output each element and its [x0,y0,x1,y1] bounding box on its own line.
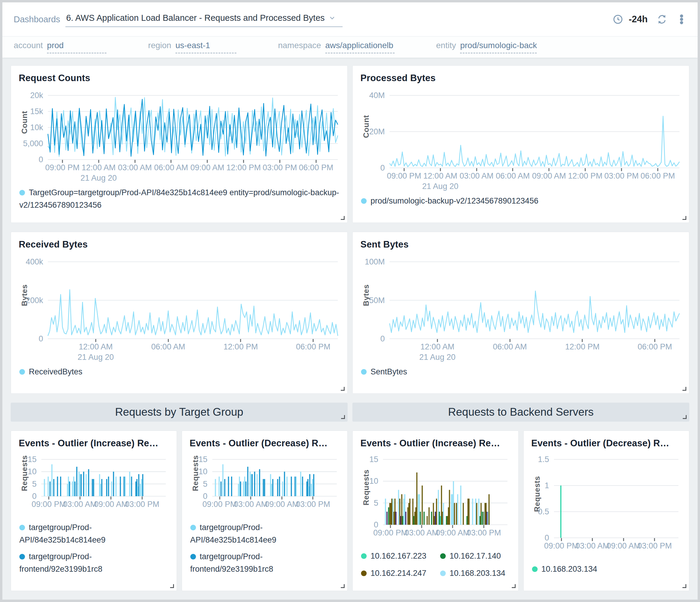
kebab-menu-icon[interactable] [676,14,687,25]
section-header-target-group: Requests by Target Group [11,402,348,422]
plot-area: 15105009:00 PM03:00 AM09:00 AM03:00 PM [212,460,337,496]
resize-handle-icon[interactable] [341,415,345,419]
x-axis-tick-label: 09:00 PM [202,500,237,509]
dashboard-title-dropdown[interactable]: 6. AWS Application Load Balancer - Reque… [66,12,342,27]
legend: ReceivedBytes [19,363,341,390]
outlier-increase-backend-chart[interactable]: Requests15105009:00 PM03:00 AM09:00 AM03… [360,450,512,547]
legend-dot-icon [19,369,25,375]
x-axis-tick-label: 03:00 PM [467,528,501,538]
legend-item: 10.162.17.140 [440,550,505,562]
x-axis-tick-mark [79,497,80,499]
legend-dot-icon [532,566,538,572]
x-axis-tick-label: 12:00 PM [224,342,258,351]
x-axis-tick-mark [171,160,172,163]
request-counts-chart[interactable]: Count20k15k10k5,000009:00 PM12:00 AM21 A… [19,85,341,183]
panel-received-bytes: Received Bytes Bytes400k200k012:00 AM21 … [11,232,348,394]
panel-title: Sent Bytes [360,239,683,250]
x-axis-tick-mark [452,525,453,528]
x-axis-date-label: 21 Aug 20 [419,353,455,362]
y-axis-tick-label: 15k [30,107,43,116]
x-axis-date-label: 21 Aug 20 [78,353,114,362]
legend-item: targetgroup/Prod-frontend/92e3199b1rc8 [19,550,170,575]
panel-outlier-increase-backend: Events - Outlier (Increase) Re… Requests… [352,430,519,591]
filter-entity-value[interactable]: prod/sumologic-backup [460,41,537,53]
x-axis-tick-mark [110,497,111,499]
y-axis-tick-label: 10 [28,467,36,476]
x-axis-tick-label: 12:00 PM [568,172,602,181]
legend: targetgroup/Prod-API/84e325b14c814ee9tar… [19,518,171,587]
resize-handle-icon[interactable] [341,387,345,391]
resize-handle-icon[interactable] [170,584,174,588]
panel-sent-bytes: Sent Bytes Bytes100M50M012:00 AM21 Aug 2… [352,232,689,394]
received-bytes-chart[interactable]: Bytes400k200k012:00 AM21 Aug 2006:00 AM1… [19,252,341,363]
outlier-increase-tg-chart[interactable]: Requests15105009:00 PM03:00 AM09:00 AM03… [19,450,171,518]
resize-handle-icon[interactable] [682,216,686,220]
x-axis-tick-label: 06:00 PM [296,342,330,351]
breadcrumb[interactable]: Dashboards [14,15,60,24]
x-axis-tick-label: 09:00 PM [373,528,408,538]
x-axis-date-label: 21 Aug 20 [81,174,117,183]
x-axis-tick-mark [316,160,317,163]
y-axis-tick-label: 200k [26,296,43,305]
y-axis-tick-label: 0 [374,520,378,529]
x-axis-tick-label: 03:00 AM [575,541,609,551]
legend-item: targetgroup/Prod-frontend/92e3199b1rc8 [190,550,341,575]
x-axis-tick-mark [437,339,438,342]
outlier-decrease-tg-chart[interactable]: Requests15105009:00 PM03:00 AM09:00 AM03… [190,450,342,518]
x-axis-tick-label: 03:00 AM [405,528,439,538]
sent-bytes-chart[interactable]: Bytes100M50M012:00 AM21 Aug 2006:00 AM12… [360,252,683,363]
x-axis-tick-mark [98,160,99,163]
legend-dot-icon [19,554,25,559]
x-axis-tick-mark [621,168,622,171]
filter-namespace-value[interactable]: aws/applicationelb [325,41,395,53]
x-axis-tick-label: 12:00 PM [226,163,261,172]
legend-item: prod/sumologic-backup-v2/123456789012345… [361,194,682,207]
x-axis-tick-label: 09:00 AM [435,528,470,538]
x-axis-tick-mark [62,160,63,163]
panel-title: Events - Outlier (Decrease) R… [531,438,683,449]
filter-region-value[interactable]: us-east-1 [175,41,236,53]
y-axis-tick-label: 15 [28,455,36,464]
time-range-label[interactable]: -24h [629,14,648,25]
y-axis-tick-label: 0 [32,492,36,501]
resize-handle-icon[interactable] [341,584,345,588]
y-axis-tick-label: 0 [39,155,43,164]
panel-request-counts: Request Counts Count20k15k10k5,000009:00… [11,66,348,223]
legend-dot-icon [190,554,196,559]
x-axis-tick-label: 03:00 PM [638,541,672,551]
y-axis-tick-label: 400k [26,257,43,266]
x-axis-tick-mark [250,497,251,499]
y-axis-tick-label: 0.5 [538,507,549,517]
x-axis-tick-mark [657,168,658,171]
processed-bytes-chart[interactable]: Count40M20M009:00 PM12:00 AM21 Aug 2003:… [360,85,683,192]
clock-icon[interactable] [612,14,623,25]
x-axis-tick-label: 09:00 PM [544,541,579,551]
x-axis-tick-label: 03:00 PM [296,500,330,509]
resize-handle-icon[interactable] [341,216,345,220]
x-axis-tick-mark [483,525,484,528]
x-axis-tick-label: 09:00 PM [31,500,66,509]
plot-area: 15105009:00 PM03:00 AM09:00 AM03:00 PM [383,460,508,525]
refresh-icon[interactable] [656,14,667,25]
section-header-backend-servers: Requests to Backend Servers [352,402,689,422]
legend-dot-icon [440,571,446,576]
legend-dot-icon [361,369,367,375]
legend-item: targetgroup/Prod-API/84e325b14c814ee9 [19,521,170,546]
outlier-decrease-backend-chart[interactable]: Requests1.510.5009:00 PM03:00 AM09:00 AM… [531,450,683,560]
x-axis-tick-mark [592,538,593,541]
x-axis-tick-mark [243,160,244,163]
y-axis-tick-label: 20M [369,127,385,136]
x-axis-tick-mark [312,497,314,499]
panel-outlier-decrease-tg: Events - Outlier (Decrease) R… Requests1… [182,430,348,591]
legend-dot-icon [361,553,367,559]
filter-account-value[interactable]: prod [47,41,106,53]
resize-handle-icon[interactable] [682,584,686,588]
resize-handle-icon[interactable] [683,415,686,419]
resize-handle-icon[interactable] [682,387,686,391]
x-axis-tick-label: 03:00 AM [118,163,152,172]
y-axis-tick-label: 10k [30,123,43,132]
x-axis-tick-label: 03:00 PM [125,500,159,509]
y-axis-name: Count [20,85,29,160]
x-axis-tick-label: 06:00 PM [641,172,675,181]
resize-handle-icon[interactable] [512,584,516,588]
